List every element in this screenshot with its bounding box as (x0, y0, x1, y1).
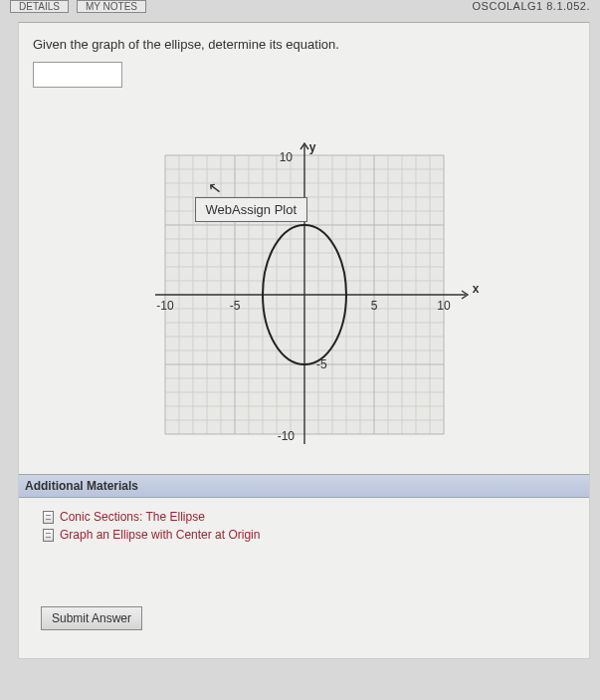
document-icon (43, 529, 54, 542)
graph-area: ↖ WebAssign Plot (96, 135, 513, 454)
tick-y10: 10 (279, 150, 293, 164)
cursor-icon: ↖ (206, 177, 222, 198)
ellipse-plot: -10 -5 5 10 10 -5 -10 y x (96, 135, 513, 454)
question-prompt: Given the graph of the ellipse, determin… (33, 37, 575, 52)
x-axis-label: x (472, 282, 479, 296)
material-label: Graph an Ellipse with Center at Origin (60, 528, 260, 542)
question-panel: Given the graph of the ellipse, determin… (18, 22, 590, 659)
document-icon (43, 511, 54, 524)
material-link-2[interactable]: Graph an Ellipse with Center at Origin (33, 526, 575, 544)
tick-xn10: -10 (156, 299, 174, 313)
mynotes-button[interactable]: MY NOTES (77, 0, 146, 13)
tick-x5: 5 (370, 299, 377, 313)
material-label: Conic Sections: The Ellipse (60, 510, 205, 524)
plot-label: WebAssign Plot (195, 197, 308, 222)
details-button[interactable]: DETAILS (10, 0, 69, 13)
material-link-1[interactable]: Conic Sections: The Ellipse (33, 508, 575, 526)
answer-input[interactable] (33, 62, 122, 88)
additional-materials-heading: Additional Materials (19, 474, 589, 498)
course-code: OSCOLALG1 8.1.052. (473, 0, 590, 12)
tick-xn5: -5 (229, 299, 240, 313)
tick-x10: 10 (437, 299, 451, 313)
submit-answer-button[interactable]: Submit Answer (41, 606, 142, 630)
y-axis-label: y (308, 140, 315, 154)
tick-yn10: -10 (277, 429, 295, 443)
